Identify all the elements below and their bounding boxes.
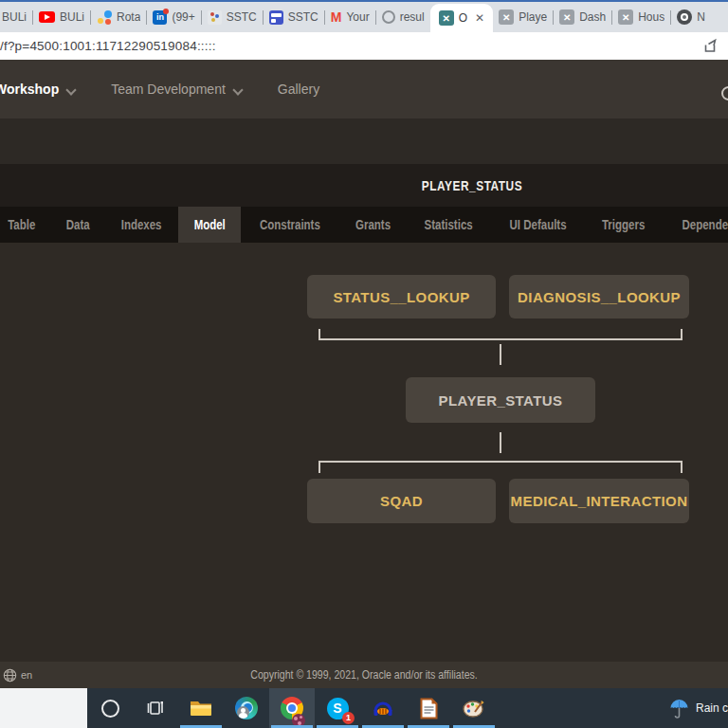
copyright-text: Copyright © 1999, 2021, Oracle and/or it… <box>250 668 477 682</box>
browser-tab[interactable]: ✕ Playe <box>493 2 553 32</box>
tab-grants[interactable]: Grants <box>339 207 407 243</box>
browser-tab[interactable]: BULi <box>0 2 32 32</box>
menu-sql-workshop[interactable]: Workshop <box>0 82 75 97</box>
node-label: PLAYER_STATUS <box>439 392 563 409</box>
tab-table[interactable]: Table <box>0 207 51 243</box>
tab-model[interactable]: Model <box>178 207 241 243</box>
libreoffice-writer-button[interactable] <box>406 688 451 728</box>
apex-icon: ✕ <box>559 9 574 25</box>
page-title: PLAYER_STATUS <box>422 178 522 193</box>
language-selector[interactable]: en <box>3 668 32 682</box>
menu-team-development[interactable]: Team Development <box>111 82 242 97</box>
object-tabs: Table Data Indexes Model Constraints Gra… <box>0 207 728 243</box>
tab-title: Rota <box>117 10 140 24</box>
browser-tab[interactable]: SSTC <box>264 2 324 32</box>
connector-line <box>318 338 682 340</box>
browser-tab[interactable]: ✕ Hous <box>612 2 670 32</box>
gmail-icon: M <box>331 9 342 25</box>
tab-title: Playe <box>519 10 547 24</box>
taskbar-search-box[interactable] <box>0 688 87 728</box>
globe-icon <box>3 668 17 682</box>
edge-button[interactable] <box>224 688 269 728</box>
apex-footer: en Copyright © 1999, 2021, Oracle and/or… <box>0 662 728 688</box>
audacity-icon <box>372 698 394 719</box>
file-explorer-icon <box>190 699 212 718</box>
tab-title: SSTC <box>288 10 318 24</box>
menu-label: Gallery <box>278 82 319 97</box>
umbrella-icon <box>669 698 689 719</box>
weather-widget[interactable]: Rain c <box>660 688 728 728</box>
address-bar[interactable]: /f?p=4500:1001:11712290519084::::: <box>0 39 216 53</box>
tab-title: Your <box>346 10 369 24</box>
tab-title: resul <box>400 10 425 24</box>
browser-tab[interactable]: N <box>671 2 711 32</box>
apex-icon: ✕ <box>499 9 514 25</box>
tab-triggers[interactable]: Triggers <box>585 207 662 243</box>
browser-toolbar: /f?p=4500:1001:11712290519084::::: <box>0 32 728 60</box>
connector-line <box>318 463 320 473</box>
tab-title: BULi <box>2 10 27 24</box>
cortana-icon <box>101 700 119 718</box>
youtube-icon <box>39 11 55 23</box>
browser-tab[interactable]: ✕ Dash <box>554 2 611 32</box>
browser-tab[interactable]: SSTC <box>202 2 263 32</box>
libreoffice-writer-icon <box>420 698 438 719</box>
paint-icon <box>463 698 485 719</box>
menu-gallery[interactable]: Gallery <box>278 82 319 97</box>
node-label: SQAD <box>380 493 423 509</box>
search-icon[interactable] <box>721 86 728 100</box>
diagram-node-status-lookup[interactable]: STATUS__LOOKUP <box>307 275 496 318</box>
connector-line <box>500 344 501 365</box>
skype-button[interactable]: S 1 <box>315 688 360 728</box>
tab-title: BULi <box>60 10 84 24</box>
paint-button[interactable] <box>451 688 497 728</box>
browser-tab-strip: BULi BULi Rota in (99+ <box>0 2 728 32</box>
tab-title: SSTC <box>227 10 257 24</box>
connector-line <box>500 432 501 453</box>
close-icon[interactable]: ✕ <box>475 11 484 25</box>
browser-tab[interactable]: Rota <box>91 2 146 32</box>
diagram-node-medical-interaction[interactable]: MEDICAL_INTERACTION <box>509 479 689 523</box>
tab-title: (99+ <box>172 10 194 24</box>
apex-icon: ✕ <box>439 10 454 26</box>
chrome-button[interactable] <box>269 688 315 728</box>
apex-icon: ✕ <box>618 9 633 25</box>
browser-tab[interactable]: M Your <box>325 2 375 32</box>
blue-board-icon <box>269 10 283 25</box>
browser-tab[interactable]: BULi <box>33 2 90 32</box>
object-title-bar: PLAYER_STATUS <box>0 164 728 207</box>
tab-constraints[interactable]: Constraints <box>241 207 339 243</box>
task-view-icon <box>146 699 165 718</box>
diagram-node-player-status[interactable]: PLAYER_STATUS <box>406 377 595 423</box>
file-explorer-button[interactable] <box>178 688 224 728</box>
browser-tab[interactable]: resul <box>376 2 430 32</box>
edge-icon <box>235 697 258 719</box>
weather-label: Rain c <box>696 701 728 715</box>
task-view-button[interactable] <box>133 688 178 728</box>
tab-indexes[interactable]: Indexes <box>104 207 178 243</box>
cortana-button[interactable] <box>87 688 133 728</box>
apex-toolbar-band <box>0 118 728 164</box>
tab-ui-defaults[interactable]: UI Defaults <box>491 207 585 243</box>
screen: BULi BULi Rota in (99+ <box>0 0 728 728</box>
audacity-button[interactable] <box>360 688 406 728</box>
diagram-node-sqad[interactable]: SQAD <box>307 479 496 523</box>
gray-ring-icon <box>382 10 395 24</box>
tab-title: O <box>459 11 467 25</box>
connector-line <box>681 463 682 473</box>
linkedin-icon: in <box>153 10 167 25</box>
apex-navigation-bar: Workshop Team Development Gallery <box>0 60 728 118</box>
chrome-gray-icon <box>677 9 692 25</box>
tab-title: Dash <box>579 10 606 24</box>
tab-statistics[interactable]: Statistics <box>407 207 490 243</box>
browser-tab-active[interactable]: ✕ O ✕ <box>430 4 493 32</box>
rota-dots-icon <box>97 9 112 25</box>
tab-dependencies[interactable]: Dependencies <box>662 207 728 243</box>
diagram-node-diagnosis-lookup[interactable]: DIAGNOSIS__LOOKUP <box>509 275 689 318</box>
share-icon[interactable] <box>702 38 719 54</box>
tab-title: N <box>697 10 705 24</box>
browser-tab[interactable]: in (99+ <box>147 2 200 32</box>
tab-data[interactable]: Data <box>51 207 104 243</box>
windows-taskbar: S 1 <box>0 688 728 728</box>
node-label: MEDICAL_INTERACTION <box>511 493 688 509</box>
